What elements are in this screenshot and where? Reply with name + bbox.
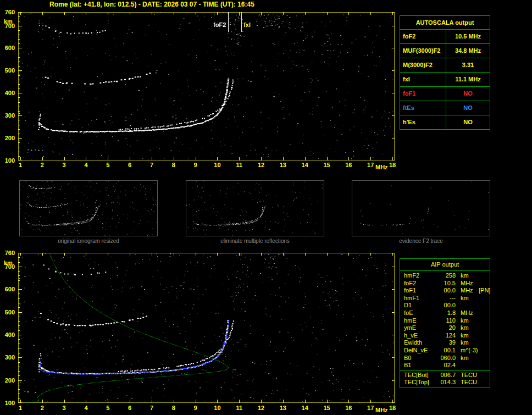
thumbnail-caption: evidence F2 trace: [352, 238, 490, 244]
aip-unit: MHz: [456, 287, 479, 295]
aip-row: foF100.0MHz[PN]: [400, 287, 490, 295]
x-tick-label: 11: [236, 405, 242, 411]
y-tick-label: 100: [0, 157, 15, 164]
aip-unit: km: [456, 332, 479, 340]
aip-label: Ewidth: [404, 339, 436, 347]
aip-value: 00.0: [436, 287, 456, 295]
aip-extra: [479, 324, 490, 332]
top-y-unit-label: km: [4, 18, 13, 25]
aip-label: D1: [404, 302, 436, 309]
y-tick-label: 600: [0, 286, 15, 293]
autoscala-param-label: fxI: [400, 73, 446, 86]
aip-label: foF1: [404, 287, 436, 295]
aip-value: 110: [436, 317, 456, 325]
x-tick-label: 8: [172, 405, 175, 411]
aip-extra: [479, 379, 490, 386]
y-tick-label: 760: [0, 250, 15, 257]
marker-label-foF2: foF2: [213, 21, 226, 28]
aip-value: 10.5: [436, 280, 456, 287]
aip-row: hmF1---km: [400, 295, 490, 302]
aip-value: ---: [436, 295, 456, 302]
x-tick-label: 12: [258, 405, 264, 411]
thumbnail-f2trace: [352, 180, 490, 236]
x-tick-label: 11: [236, 162, 242, 168]
autoscala-param-label: h'Es: [400, 115, 446, 129]
aip-value: 20: [436, 324, 456, 332]
aip-extra: [479, 280, 490, 287]
bottom-y-unit-label: km: [4, 259, 13, 266]
autoscala-row: fxI11.1 MHz: [400, 73, 490, 87]
aip-row: D100.0: [400, 302, 490, 309]
autoscala-row: MUF(3000)F234.8 MHz: [400, 44, 490, 58]
aip-unit: [456, 362, 479, 369]
x-tick-label: 6: [128, 162, 131, 168]
autoscala-row: h'EsNO: [400, 115, 490, 129]
x-tick-label: 3: [63, 162, 66, 168]
thumbnail-original: [19, 180, 158, 236]
autoscala-param-value: 11.1 MHz: [446, 73, 490, 86]
aip-unit: km: [456, 272, 479, 280]
aip-unit: MHz: [456, 309, 479, 317]
aip-value: 02.4: [436, 362, 456, 369]
aip-row: foE1.8MHz: [400, 309, 490, 317]
x-tick-label: 10: [214, 162, 220, 168]
top-x-unit-label: MHz: [375, 164, 388, 170]
autoscala-param-label: M(3000)F2: [400, 58, 446, 72]
aip-extra: [479, 362, 490, 369]
aip-extra: [479, 295, 490, 302]
aip-extra: [479, 347, 490, 355]
aip-label: hmE: [404, 317, 436, 325]
aip-row: B102.4: [400, 362, 490, 369]
aip-label: hmF2: [404, 272, 436, 280]
bottom-ionogram-canvas: [18, 253, 395, 403]
aip-unit: km: [456, 355, 479, 362]
aip-label: hmF1: [404, 295, 436, 302]
aip-value: 124: [436, 332, 456, 340]
autoscala-param-value: 34.8 MHz: [446, 44, 490, 58]
aip-header: AIP output: [400, 259, 490, 271]
top-y-axis-labels: 760700600500400300200100: [0, 12, 16, 161]
thumbnail-original-canvas: [20, 181, 157, 236]
aip-label: TEC[Top]: [404, 379, 436, 386]
y-tick-label: 300: [0, 354, 15, 361]
autoscala-param-value: 10.5 MHz: [446, 30, 490, 43]
y-tick-label: 100: [0, 400, 15, 407]
aip-row: hmE110km: [400, 317, 490, 325]
aip-table: AIP output hmF2258kmfoF210.5MHzfoF100.0M…: [400, 258, 490, 388]
page-title: Rome (lat: +41.8, lon: 012.5) - DATE: 20…: [49, 1, 254, 8]
aip-extra: [PN]: [479, 287, 490, 295]
x-tick-label: 1: [19, 405, 22, 411]
aip-extra: [479, 372, 490, 379]
x-tick-label: 15: [323, 162, 330, 168]
x-tick-label: 2: [41, 162, 44, 168]
aip-label: ymE: [404, 324, 436, 332]
autoscala-row: M(3000)F23.31: [400, 58, 490, 73]
aip-extra: [479, 332, 490, 340]
aip-extra: [479, 339, 490, 347]
x-tick-label: 4: [84, 162, 87, 168]
x-tick-label: 9: [194, 405, 197, 411]
marker-label-fxI: fxI: [243, 21, 251, 28]
x-tick-label: 7: [150, 162, 153, 168]
autoscala-param-label: foF1: [400, 87, 446, 101]
x-tick-label: 2: [41, 405, 44, 411]
autoscala-param-value: NO: [446, 115, 490, 129]
top-x-axis-labels: 123456789101112131415161718: [18, 162, 395, 169]
x-tick-label: 18: [389, 162, 396, 168]
x-tick-label: 12: [258, 162, 264, 168]
x-tick-label: 5: [106, 405, 109, 411]
aip-extra: [479, 272, 490, 280]
top-ionogram-plot: foF2fxI: [18, 12, 395, 161]
x-tick-label: 14: [302, 162, 308, 168]
y-tick-label: 500: [0, 309, 15, 316]
x-tick-label: 16: [345, 405, 352, 411]
aip-extra: [479, 355, 490, 362]
y-tick-label: 300: [0, 112, 15, 119]
x-tick-label: 10: [214, 405, 220, 411]
aip-row: ymE20km: [400, 324, 490, 332]
autoscala-param-label: MUF(3000)F2: [400, 44, 446, 58]
aip-extra: [479, 317, 490, 325]
aip-value: 258: [436, 272, 456, 280]
x-tick-label: 4: [84, 405, 87, 411]
y-tick-label: 200: [0, 135, 15, 142]
